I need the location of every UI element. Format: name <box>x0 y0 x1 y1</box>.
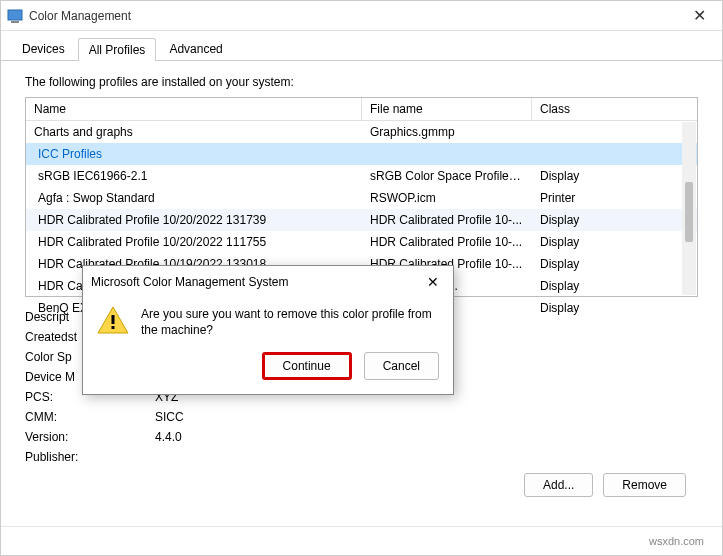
table-row[interactable]: Agfa : Swop StandardRSWOP.icmPrinter <box>26 187 697 209</box>
cell-class: Display <box>532 277 697 295</box>
cell-name: Agfa : Swop Standard <box>26 189 362 207</box>
add-button[interactable]: Add... <box>524 473 593 497</box>
dialog-message: Are you sure you want to remove this col… <box>141 306 439 338</box>
svg-rect-4 <box>112 326 115 329</box>
table-row[interactable]: ICC Profiles <box>26 143 697 165</box>
vertical-scrollbar[interactable] <box>682 122 696 295</box>
scroll-thumb[interactable] <box>685 182 693 242</box>
cell-file: Graphics.gmmp <box>362 123 532 141</box>
dialog-button-row: Continue Cancel <box>83 352 453 394</box>
svg-rect-3 <box>112 315 115 324</box>
cell-name: sRGB IEC61966-2.1 <box>26 167 362 185</box>
confirm-dialog: Microsoft Color Management System ✕ Are … <box>82 265 454 395</box>
cell-file: RSWOP.icm <box>362 189 532 207</box>
dialog-close-button[interactable]: ✕ <box>421 272 445 292</box>
titlebar: Color Management ✕ <box>1 1 722 31</box>
cell-file: HDR Calibrated Profile 10-... <box>362 233 532 251</box>
svg-rect-0 <box>8 10 22 20</box>
table-row[interactable]: HDR Calibrated Profile 10/20/2022 111755… <box>26 231 697 253</box>
remove-button[interactable]: Remove <box>603 473 686 497</box>
warning-icon <box>97 306 129 334</box>
cell-class: Display <box>532 211 697 229</box>
cancel-button[interactable]: Cancel <box>364 352 439 380</box>
app-icon <box>7 8 23 24</box>
detail-cmm-label: CMM: <box>25 407 155 427</box>
svg-rect-1 <box>11 21 19 23</box>
table-row[interactable]: sRGB IEC61966-2.1sRGB Color Space Profil… <box>26 165 697 187</box>
cell-file: sRGB Color Space Profile.ic... <box>362 167 532 185</box>
cell-name: HDR Calibrated Profile 10/20/2022 111755 <box>26 233 362 251</box>
cell-file <box>362 145 532 163</box>
table-row[interactable]: HDR Calibrated Profile 10/20/2022 131739… <box>26 209 697 231</box>
dialog-title-text: Microsoft Color Management System <box>91 275 288 289</box>
dialog-body: Are you sure you want to remove this col… <box>83 298 453 352</box>
bottom-bar: wsxdn.com <box>1 526 722 555</box>
tab-devices[interactable]: Devices <box>11 37 76 60</box>
cell-name: Charts and graphs <box>26 123 362 141</box>
table-header: Name File name Class <box>26 98 697 121</box>
cell-class <box>532 123 697 141</box>
detail-publisher-label: Publisher: <box>25 447 155 467</box>
col-header-class[interactable]: Class <box>532 98 697 120</box>
continue-button[interactable]: Continue <box>262 352 352 380</box>
tab-all-profiles[interactable]: All Profiles <box>78 38 157 61</box>
detail-version-label: Version: <box>25 427 155 447</box>
tab-strip: Devices All Profiles Advanced <box>1 31 722 61</box>
cell-name: HDR Calibrated Profile 10/20/2022 131739 <box>26 211 362 229</box>
window-title: Color Management <box>29 9 131 23</box>
detail-cmm-value: SICC <box>155 407 184 427</box>
cell-class <box>532 145 697 163</box>
action-row: Add... Remove <box>19 467 704 497</box>
detail-version-value: 4.4.0 <box>155 427 182 447</box>
col-header-file[interactable]: File name <box>362 98 532 120</box>
window-close-button[interactable]: ✕ <box>683 2 716 29</box>
cell-name: ICC Profiles <box>26 145 362 163</box>
cell-class: Display <box>532 255 697 273</box>
cell-class: Display <box>532 299 697 317</box>
dialog-titlebar: Microsoft Color Management System ✕ <box>83 266 453 298</box>
cell-class: Display <box>532 167 697 185</box>
cell-class: Display <box>532 233 697 251</box>
cell-class: Printer <box>532 189 697 207</box>
watermark: wsxdn.com <box>649 535 704 547</box>
cell-file: HDR Calibrated Profile 10-... <box>362 211 532 229</box>
table-row[interactable]: Charts and graphsGraphics.gmmp <box>26 121 697 143</box>
tab-advanced[interactable]: Advanced <box>158 37 233 60</box>
intro-text: The following profiles are installed on … <box>25 75 698 89</box>
col-header-name[interactable]: Name <box>26 98 362 120</box>
